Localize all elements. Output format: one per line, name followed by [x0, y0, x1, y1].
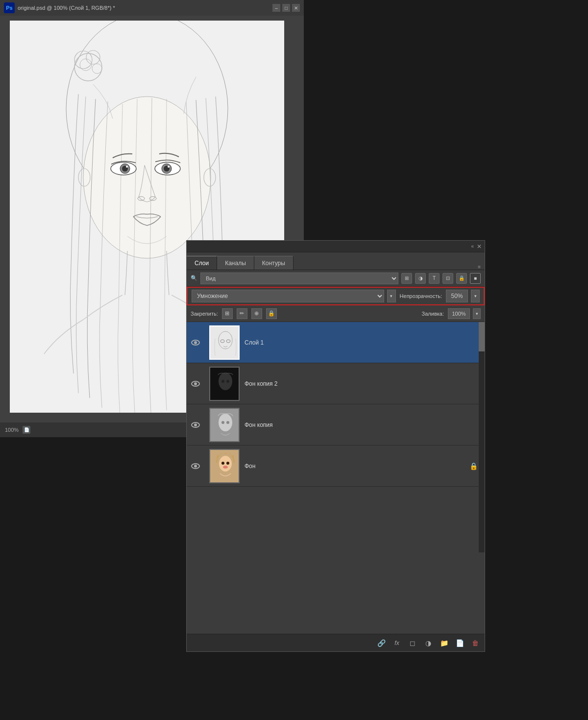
layer-name: Фон: [245, 463, 469, 470]
lock-all-button[interactable]: 🔒: [266, 308, 277, 319]
lock-bar: Закрепить: ⊞ ✏ ⊕ 🔒 Заливка: 100% ▾: [187, 305, 485, 322]
filter-icons: ⊞ ◑ T ⊡ 🔒 ■: [401, 273, 481, 284]
link-layers-button[interactable]: 🔗: [376, 638, 387, 648]
layer-item[interactable]: Слой 1: [187, 322, 485, 363]
svg-point-33: [219, 456, 232, 472]
eye-icon: [191, 422, 200, 428]
fill-value[interactable]: 100%: [448, 308, 470, 319]
filter-pixel-button[interactable]: ⊞: [401, 273, 412, 284]
svg-point-30: [221, 421, 224, 424]
layers-list[interactable]: Слой 1 Фон копия 2: [187, 322, 485, 552]
panel-tabs: Слои Каналы Контуры ≡: [187, 252, 485, 270]
blend-mode-arrow[interactable]: ▾: [387, 290, 396, 302]
filter-shape-button[interactable]: ⊡: [442, 273, 453, 284]
tab-channels[interactable]: Каналы: [217, 256, 254, 270]
layer-thumbnail: [209, 408, 240, 442]
fill-arrow[interactable]: ▾: [473, 308, 481, 319]
dark-bg-bottom-left: [0, 437, 186, 720]
scrollbar-thumb[interactable]: [479, 322, 485, 351]
window-controls: – □ ✕: [272, 4, 300, 12]
svg-point-29: [219, 414, 232, 431]
tab-layers[interactable]: Слои: [187, 256, 217, 270]
layers-panel: « ✕ Слои Каналы Контуры ≡ 🔍 Вид ⊞ ◑ T ⊡ …: [186, 240, 485, 652]
blend-opacity-bar: Умножение ▾ Непрозрачность: 50% ▾: [187, 287, 485, 305]
adjustment-button[interactable]: ◑: [423, 638, 434, 648]
zoom-level: 100%: [5, 427, 19, 433]
tab-paths[interactable]: Контуры: [254, 256, 294, 270]
svg-point-15: [168, 166, 170, 168]
layer-visibility-toggle[interactable]: [187, 322, 204, 363]
svg-point-34: [221, 462, 224, 465]
svg-point-31: [226, 421, 229, 424]
ps-icon: Ps: [4, 2, 15, 13]
svg-point-11: [126, 166, 128, 168]
search-icon: 🔍: [191, 275, 197, 281]
lock-label: Закрепить:: [191, 311, 218, 317]
window-title: original.psd @ 100% (Слой 1, RGB/8*) *: [18, 5, 270, 11]
filter-adjust-button[interactable]: ◑: [415, 273, 426, 284]
view-filter-select[interactable]: Вид: [200, 273, 398, 284]
layer-visibility-toggle[interactable]: [187, 404, 204, 446]
svg-point-25: [219, 372, 232, 390]
panel-menu-icon[interactable]: ≡: [474, 264, 485, 270]
eye-icon: [191, 340, 200, 346]
layer-name: Фон копия 2: [245, 380, 485, 387]
opacity-label: Непрозрачность:: [400, 293, 442, 299]
lock-brush-button[interactable]: ✏: [237, 308, 247, 319]
layer-name: Фон копия: [245, 422, 485, 428]
panel-topbar: « ✕: [187, 241, 485, 252]
opacity-value[interactable]: 50%: [446, 290, 468, 302]
filter-lock-button[interactable]: 🔒: [456, 273, 467, 284]
svg-point-35: [226, 462, 229, 465]
layer-thumbnail: [209, 367, 240, 401]
panel-collapse-button[interactable]: «: [471, 244, 474, 249]
lock-move-button[interactable]: ⊕: [251, 308, 262, 319]
filter-color-button[interactable]: ■: [470, 273, 481, 284]
filter-type-button[interactable]: T: [429, 273, 440, 284]
eye-icon: [191, 381, 200, 387]
filter-bar: 🔍 Вид ⊞ ◑ T ⊡ 🔒 ■: [187, 270, 485, 287]
new-group-button[interactable]: 📁: [439, 638, 449, 648]
dark-bg-top: [304, 16, 588, 241]
new-layer-button[interactable]: 📄: [454, 638, 465, 648]
layer-thumbnail: [209, 449, 240, 483]
doc-icon: 📄: [23, 426, 30, 434]
layer-thumbnail: [209, 325, 240, 360]
layer-visibility-toggle[interactable]: [187, 363, 204, 404]
add-mask-button[interactable]: ◻: [407, 638, 418, 648]
eye-icon: [191, 463, 200, 469]
layer-name: Слой 1: [245, 339, 485, 346]
lock-pixel-button[interactable]: ⊞: [222, 308, 233, 319]
svg-point-36: [223, 466, 228, 469]
fill-label: Заливка:: [422, 311, 444, 317]
panel-close-button[interactable]: ✕: [477, 243, 482, 250]
layer-item[interactable]: Фон 🔒: [187, 446, 485, 487]
maximize-button[interactable]: □: [282, 4, 290, 12]
delete-layer-button[interactable]: 🗑: [470, 638, 481, 648]
layer-item[interactable]: Фон копия: [187, 404, 485, 446]
layers-bottom-toolbar: 🔗 fx ◻ ◑ 📁 📄 🗑: [187, 634, 485, 651]
opacity-arrow[interactable]: ▾: [471, 290, 480, 302]
close-button[interactable]: ✕: [292, 4, 300, 12]
svg-point-27: [226, 380, 229, 383]
title-bar: Ps original.psd @ 100% (Слой 1, RGB/8*) …: [0, 0, 304, 16]
fx-button[interactable]: fx: [392, 638, 402, 648]
layer-visibility-toggle[interactable]: [187, 446, 204, 487]
minimize-button[interactable]: –: [272, 4, 280, 12]
layer-item[interactable]: Фон копия 2: [187, 363, 485, 404]
svg-point-26: [221, 380, 224, 383]
blend-mode-select[interactable]: Умножение: [192, 290, 384, 302]
layers-scrollbar[interactable]: [479, 322, 485, 552]
